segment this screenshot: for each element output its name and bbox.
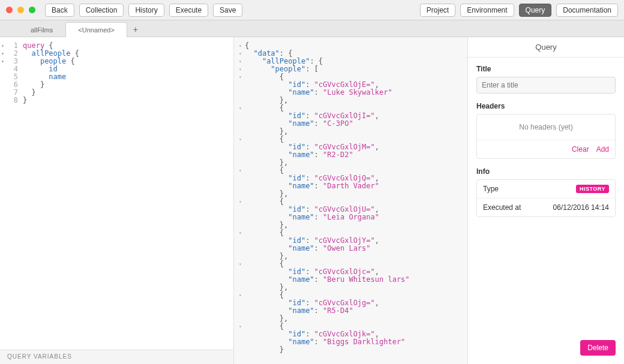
add-tab-button[interactable]: + (127, 22, 144, 37)
info-executed-value: 06/12/2016 14:14 (553, 203, 609, 212)
info-label: Info (476, 167, 616, 176)
headers-add-link[interactable]: Add (596, 145, 609, 154)
headers-empty-text: No headers (yet) (477, 115, 615, 140)
collection-button[interactable]: Collection (79, 4, 124, 17)
history-button[interactable]: History (128, 4, 164, 17)
info-type-label: Type (483, 185, 499, 193)
minimize-icon[interactable] (17, 7, 24, 13)
info-table: Type HISTORY Executed at 06/12/2016 14:1… (476, 179, 616, 217)
delete-button[interactable]: Delete (580, 340, 616, 356)
tab-0[interactable]: allFilms (18, 22, 65, 37)
execute-button[interactable]: Execute (169, 4, 208, 17)
side-panel-title: Query (468, 37, 624, 58)
documentation-button[interactable]: Documentation (556, 4, 618, 17)
project-button[interactable]: Project (420, 4, 455, 17)
query-button[interactable]: Query (519, 4, 552, 17)
titlebar: Back Collection History Execute Save Pro… (0, 0, 624, 20)
main: 12345678 query { allPeople { people { id… (0, 37, 624, 364)
query-editor[interactable]: 12345678 query { allPeople { people { id… (0, 37, 233, 350)
query-variables-bar[interactable]: QUERY VARIABLES (0, 350, 233, 364)
headers-clear-link[interactable]: Clear (572, 145, 589, 154)
info-row-executed: Executed at 06/12/2016 14:14 (477, 198, 615, 216)
info-row-type: Type HISTORY (477, 180, 615, 198)
tabbar: allFilms<Unnamed> + (0, 20, 624, 37)
close-icon[interactable] (6, 7, 13, 13)
save-button[interactable]: Save (213, 4, 242, 17)
headers-box: No headers (yet) Clear Add (476, 114, 616, 159)
history-badge: HISTORY (576, 185, 609, 193)
result-pane[interactable]: ▾▾▾▾▾▾▾▾▾▾▾▾▾ { "data": { "allPeople": {… (234, 37, 468, 364)
query-editor-pane: 12345678 query { allPeople { people { id… (0, 37, 234, 364)
title-label: Title (476, 65, 616, 73)
title-input[interactable] (476, 77, 616, 94)
back-button[interactable]: Back (45, 4, 74, 17)
window-controls (6, 7, 35, 13)
headers-label: Headers (476, 102, 616, 110)
info-executed-label: Executed at (483, 203, 521, 212)
tab-1[interactable]: <Unnamed> (65, 22, 127, 37)
environment-button[interactable]: Environment (460, 4, 514, 17)
maximize-icon[interactable] (29, 7, 35, 13)
side-panel: Query Title Headers No headers (yet) Cle… (468, 37, 624, 364)
